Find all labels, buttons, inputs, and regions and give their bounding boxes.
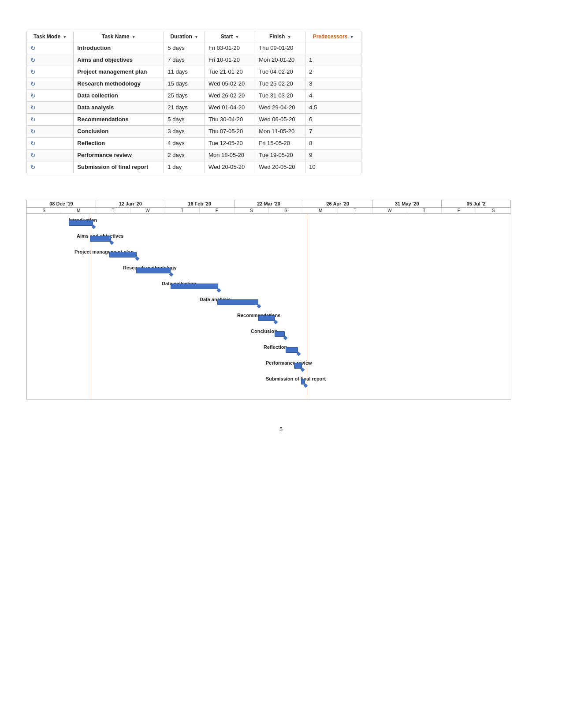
gantt-task-label-7: Conclusion [251, 329, 277, 334]
gantt-task-bar-4 [171, 284, 218, 289]
col-task-mode[interactable]: Task Mode ▼ [27, 31, 74, 42]
gantt-task-bar-2 [109, 252, 137, 258]
duration-cell: 5 days [164, 42, 205, 54]
table-row: ↻Reflection4 daysTue 12-05-20Fri 15-05-2… [27, 138, 361, 149]
gantt-day-11: T [407, 208, 442, 213]
col-duration[interactable]: Duration ▼ [164, 31, 205, 42]
task-name-cell: Project management plan [74, 66, 164, 78]
col-predecessors[interactable]: Predecessors ▼ [305, 31, 361, 42]
vertical-reference-line-2 [307, 214, 307, 399]
duration-cell: 25 days [164, 90, 205, 102]
finish-cell: Wed 06-05-20 [255, 114, 305, 126]
task-mode-icon: ↻ [30, 152, 36, 159]
gantt-month-3: 22 Mar '20 [234, 200, 304, 207]
table-header-row: Task Mode ▼ Task Name ▼ Duration ▼ Start… [27, 31, 361, 42]
task-mode-cell: ↻ [27, 102, 74, 114]
predecessors-cell: 3 [305, 78, 361, 90]
start-cell: Mon 18-05-20 [205, 149, 255, 161]
col-start[interactable]: Start ▼ [205, 31, 255, 42]
sort-arrow-duration: ▼ [194, 35, 198, 39]
start-cell: Thu 30-04-20 [205, 114, 255, 126]
start-cell: Thu 07-05-20 [205, 126, 255, 138]
gantt-day-7: S [269, 208, 303, 213]
duration-cell: 3 days [164, 126, 205, 138]
gantt-header-months: 08 Dec '1912 Jan '2016 Feb '2022 Mar '20… [27, 200, 511, 208]
gantt-task-bar-7 [275, 331, 285, 337]
gantt-day-2: T [96, 208, 130, 213]
gantt-connector-2 [135, 257, 140, 261]
task-mode-icon: ↻ [30, 92, 36, 99]
table-row: ↻Research methodology15 daysWed 05-02-20… [27, 78, 361, 90]
gantt-day-0: S [27, 208, 61, 213]
predecessors-cell: 4,5 [305, 102, 361, 114]
table-row: ↻Performance review2 daysMon 18-05-20Tue… [27, 149, 361, 161]
finish-cell: Thu 09-01-20 [255, 42, 305, 54]
gantt-day-6: S [234, 208, 269, 213]
task-mode-cell: ↻ [27, 54, 74, 66]
gantt-connector-7 [283, 336, 288, 340]
gantt-month-6: 05 Jul '2 [442, 200, 511, 207]
start-cell: Wed 20-05-20 [205, 161, 255, 173]
gantt-task-bar-9 [294, 363, 302, 369]
gantt-connector-6 [274, 320, 278, 325]
gantt-day-3: W [130, 208, 165, 213]
gantt-connector-8 [297, 352, 301, 356]
gantt-day-10: W [372, 208, 407, 213]
finish-cell: Mon 11-05-20 [255, 126, 305, 138]
gantt-chart-section: 08 Dec '1912 Jan '2016 Feb '2022 Mar '20… [26, 200, 536, 399]
task-mode-icon: ↻ [30, 45, 36, 52]
gantt-day-5: F [200, 208, 234, 213]
sort-arrow-mode: ▼ [63, 35, 67, 39]
task-mode-icon: ↻ [30, 116, 36, 123]
finish-cell: Wed 20-05-20 [255, 161, 305, 173]
duration-cell: 2 days [164, 149, 205, 161]
table-row: ↻Aims and objectives7 daysFri 10-01-20Mo… [27, 54, 361, 66]
gantt-connector-5 [257, 304, 261, 309]
gantt-task-label-9: Performance review [266, 360, 312, 366]
task-mode-cell: ↻ [27, 90, 74, 102]
finish-cell: Tue 04-02-20 [255, 66, 305, 78]
finish-cell: Mon 20-01-20 [255, 54, 305, 66]
start-cell: Fri 10-01-20 [205, 54, 255, 66]
gantt-connector-9 [301, 368, 305, 372]
gantt-day-1: M [61, 208, 96, 213]
predecessors-cell: 9 [305, 149, 361, 161]
start-cell: Fri 03-01-20 [205, 42, 255, 54]
task-mode-icon: ↻ [30, 80, 36, 87]
gantt-task-bar-6 [258, 315, 275, 321]
duration-cell: 15 days [164, 78, 205, 90]
predecessors-cell: 8 [305, 138, 361, 149]
page-number: 5 [26, 426, 536, 433]
finish-cell: Tue 19-05-20 [255, 149, 305, 161]
gantt-month-0: 08 Dec '19 [27, 200, 96, 207]
sort-arrow-predecessors: ▼ [350, 35, 354, 39]
task-name-cell: Introduction [74, 42, 164, 54]
gantt-header-days: SMTWTFSSMTWTFS [27, 208, 511, 214]
duration-cell: 1 day [164, 161, 205, 173]
predecessors-cell: 4 [305, 90, 361, 102]
gantt-task-label-8: Reflection [264, 344, 287, 350]
finish-cell: Fri 15-05-20 [255, 138, 305, 149]
gantt-month-4: 26 Apr '20 [303, 200, 372, 207]
task-mode-cell: ↻ [27, 42, 74, 54]
gantt-task-bar-5 [217, 299, 258, 305]
finish-cell: Tue 31-03-20 [255, 90, 305, 102]
predecessors-cell: 7 [305, 126, 361, 138]
gantt-task-bar-3 [136, 268, 171, 273]
task-name-cell: Conclusion [74, 126, 164, 138]
task-name-cell: Recommendations [74, 114, 164, 126]
table-row: ↻Conclusion3 daysThu 07-05-20Mon 11-05-2… [27, 126, 361, 138]
col-finish[interactable]: Finish ▼ [255, 31, 305, 42]
task-mode-icon: ↻ [30, 140, 36, 147]
gantt-task-bar-10 [301, 379, 305, 385]
gantt-month-1: 12 Jan '20 [96, 200, 165, 207]
task-mode-cell: ↻ [27, 114, 74, 126]
gantt-connector-1 [110, 241, 114, 245]
table-row: ↻Submission of final report1 dayWed 20-0… [27, 161, 361, 173]
col-task-name[interactable]: Task Name ▼ [74, 31, 164, 42]
task-mode-icon: ↻ [30, 104, 36, 111]
gantt-body: IntroductionAims and objectivesProject m… [27, 214, 511, 399]
gantt-month-2: 16 Feb '20 [165, 200, 234, 207]
start-cell: Wed 26-02-20 [205, 90, 255, 102]
start-cell: Wed 05-02-20 [205, 78, 255, 90]
